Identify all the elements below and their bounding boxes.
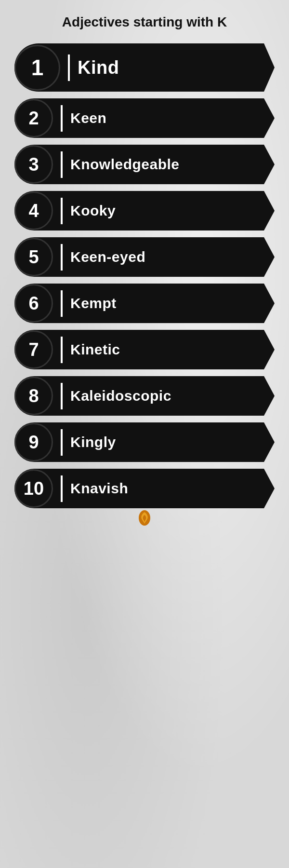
item-label: Keen-eyed — [70, 249, 145, 265]
item-label: Kinetic — [70, 341, 120, 358]
item-number: 7 — [14, 330, 53, 369]
item-number: 6 — [14, 284, 53, 323]
list-item: 4Kooky — [14, 191, 275, 231]
list-item: 1Kind — [14, 43, 275, 92]
item-divider — [61, 198, 63, 224]
item-label: Knavish — [70, 480, 128, 497]
watermark-icon — [135, 508, 154, 528]
list-item: 3Knowledgeable — [14, 145, 275, 184]
item-number: 9 — [14, 423, 53, 461]
item-divider — [61, 475, 63, 502]
adjective-list: 1Kind2Keen3Knowledgeable4Kooky5Keen-eyed… — [14, 43, 275, 508]
item-label: Kempt — [70, 295, 117, 312]
item-number: 5 — [14, 238, 53, 276]
item-label: Knowledgeable — [70, 156, 180, 173]
item-divider — [68, 54, 70, 81]
item-divider — [61, 151, 63, 178]
item-label: Kaleidoscopic — [70, 388, 171, 404]
item-label: Keen — [70, 110, 106, 126]
item-number: 3 — [14, 145, 53, 184]
item-number: 8 — [14, 377, 53, 415]
item-label: Kingly — [70, 434, 116, 450]
item-label: Kind — [78, 57, 119, 78]
item-divider — [61, 105, 63, 132]
page-title: Adjectives starting with K — [62, 14, 227, 30]
list-item: 2Keen — [14, 98, 275, 138]
item-divider — [61, 290, 63, 317]
item-number: 2 — [14, 99, 53, 137]
item-divider — [61, 429, 63, 456]
list-item: 7Kinetic — [14, 330, 275, 369]
item-number: 10 — [14, 469, 53, 508]
item-divider — [61, 383, 63, 409]
item-divider — [61, 337, 63, 363]
item-divider — [61, 244, 63, 271]
item-number: 4 — [14, 191, 53, 230]
list-item: 10Knavish — [14, 469, 275, 508]
list-item: 8Kaleidoscopic — [14, 376, 275, 416]
list-item: 6Kempt — [14, 284, 275, 323]
item-number: 1 — [14, 45, 60, 91]
list-item: 9Kingly — [14, 422, 275, 462]
list-item: 5Keen-eyed — [14, 237, 275, 277]
item-label: Kooky — [70, 203, 116, 219]
